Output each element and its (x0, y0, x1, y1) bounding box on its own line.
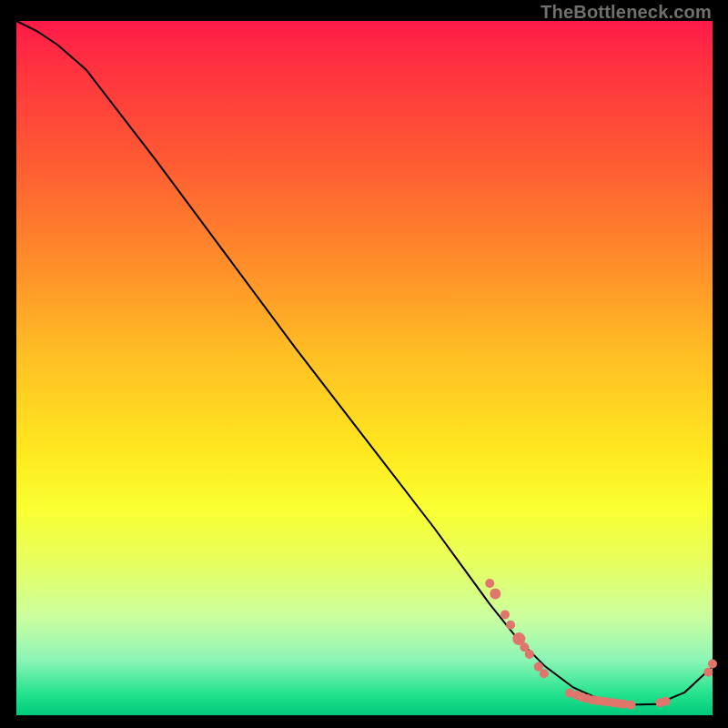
chart-markers (485, 579, 717, 710)
chart-svg (16, 21, 713, 715)
data-point (500, 610, 510, 619)
data-point (627, 701, 636, 710)
data-point (490, 589, 500, 600)
brand-watermark: TheBottleneck.com (541, 2, 712, 23)
chart-line (16, 21, 713, 705)
data-point (703, 668, 713, 677)
data-point (540, 669, 549, 678)
data-point (525, 650, 534, 659)
data-point (662, 697, 671, 706)
data-point (506, 621, 515, 630)
data-point (485, 579, 494, 588)
data-point (708, 660, 717, 669)
chart-frame (16, 21, 713, 715)
